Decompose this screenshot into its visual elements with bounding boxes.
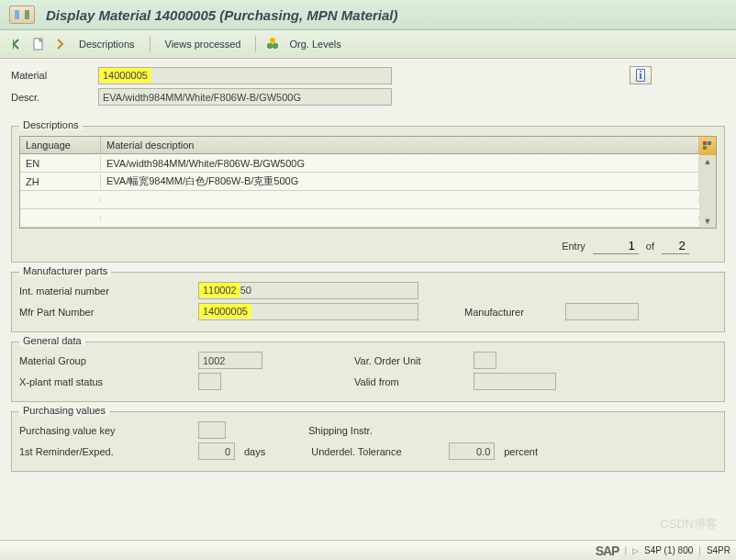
col-description[interactable]: Material description [101,137,699,153]
pvk-field[interactable] [198,421,226,439]
reminder-unit: days [244,446,265,457]
separator [150,36,151,52]
svg-rect-5 [708,146,711,150]
table-row-empty[interactable] [20,191,699,209]
entry-label: Entry [562,241,585,252]
descriptions-table: Language Material description EN EVA/wid… [19,136,717,229]
manufacturer-parts-title: Manufacturer parts [19,265,111,276]
purchasing-values-group: Purchasing values Purchasing value key S… [11,411,725,472]
shipping-label: Shipping Instr. [308,425,437,436]
status-system: S4P (1) 800 [644,545,693,555]
col-language[interactable]: Language [20,137,101,153]
views-processed-button[interactable]: Views processed [162,37,245,51]
header-fields: Material 14000005 i Descr. [0,59,736,117]
info-button[interactable]: i [630,66,652,84]
table-row[interactable]: ZH EVA/幅宽984MM/白色/F806W-B/克重500G [20,173,699,191]
entry-pager: Entry of [19,229,717,254]
table-row-empty[interactable] [20,209,699,228]
entry-of: of [646,241,654,252]
int-material-field[interactable]: 11000250 [198,282,418,299]
forward-icon[interactable] [53,37,68,51]
cell-lang: ZH [20,174,101,189]
separator [255,36,256,52]
mfr-part-label: Mfr Part Number [19,307,189,318]
status-extra: S4PR [707,545,730,555]
material-group-field[interactable] [198,352,262,369]
window-icon [9,6,35,24]
material-group-label: Material Group [19,355,189,366]
separator: | [624,545,627,555]
scroll-up-icon[interactable]: ▲ [704,157,712,166]
material-label: Material [11,70,89,81]
mfr-part-field[interactable]: 14000005 [198,303,418,320]
underdel-field[interactable] [449,442,495,460]
table-config-icon[interactable] [699,137,716,155]
reminder-label: 1st Reminder/Exped. [19,446,189,457]
status-bar: SAP | ▷ S4P (1) 800 | S4PR [0,540,736,560]
descr-field[interactable] [98,88,392,106]
mfr-part-value: 14000005 [199,304,251,319]
table-row[interactable]: EN EVA/width984MM/White/F806W-B/GW500G [20,154,699,173]
manufacturer-parts-group: Manufacturer parts Int. material number … [11,272,725,332]
manufacturer-label: Manufacturer [464,307,556,318]
descriptions-group: Descriptions Language Material descripti… [11,126,725,263]
material-field[interactable]: 14000005 [98,67,392,84]
info-icon: i [636,69,645,82]
underdel-unit: percent [504,446,538,457]
scroll-down-icon[interactable]: ▼ [704,217,712,226]
var-order-label: Var. Order Unit [354,355,464,366]
toolbar: Descriptions Views processed Org. Levels [0,30,736,59]
svg-rect-4 [703,146,707,150]
valid-from-label: Valid from [354,376,464,387]
general-data-group: General data Material Group Var. Order U… [11,342,725,402]
var-order-field[interactable] [474,352,496,369]
pvk-label: Purchasing value key [19,425,189,436]
status-nav-icon[interactable]: ▷ [632,546,639,555]
svg-rect-2 [703,141,707,145]
underdel-label: Underdel. Tolerance [311,446,440,457]
page-title: Display Material 14000005 (Purchasing, M… [46,7,398,23]
svg-rect-0 [13,39,14,49]
int-material-value-hl: 110002 [199,283,240,297]
separator: | [698,545,701,555]
vertical-scrollbar[interactable]: ▲ ▼ [699,155,716,228]
int-material-label: Int. material number [19,286,189,297]
watermark: CSDN博客 [660,516,718,532]
cell-lang: EN [20,156,101,171]
material-value: 14000005 [99,68,151,83]
svg-rect-3 [708,141,711,145]
descriptions-button[interactable]: Descriptions [75,37,139,51]
sap-logo: SAP [596,543,619,558]
org-levels-button[interactable]: Org. Levels [285,37,344,51]
entry-total [662,238,689,254]
org-levels-icon[interactable] [267,38,278,50]
general-data-title: General data [19,335,85,346]
xplant-field[interactable] [198,373,221,390]
valid-from-field[interactable] [474,373,556,390]
title-bar: Display Material 14000005 (Purchasing, M… [0,0,736,30]
descriptions-title: Descriptions [19,119,83,130]
purchasing-values-title: Purchasing values [19,405,109,416]
back-icon[interactable] [9,37,24,51]
cell-desc: EVA/width984MM/White/F806W-B/GW500G [101,156,699,171]
descr-label: Descr. [11,92,89,103]
manufacturer-field[interactable] [565,303,639,320]
int-material-value-rest: 50 [240,283,251,297]
cell-desc: EVA/幅宽984MM/白色/F806W-B/克重500G [101,173,699,190]
entry-current[interactable] [593,238,639,254]
xplant-label: X-plant matl status [19,376,189,387]
document-icon[interactable] [31,37,46,51]
reminder-field[interactable] [198,442,235,460]
